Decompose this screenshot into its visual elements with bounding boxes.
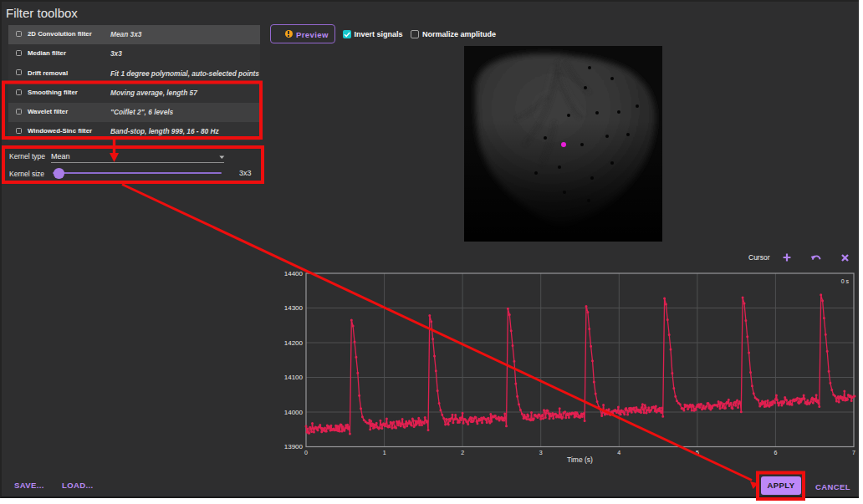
svg-text:4: 4 — [617, 450, 620, 456]
svg-text:14300: 14300 — [284, 304, 304, 312]
svg-text:6: 6 — [774, 450, 777, 456]
svg-text:Time (s): Time (s) — [567, 456, 593, 464]
svg-text:2: 2 — [461, 450, 464, 456]
svg-text:1: 1 — [383, 450, 386, 456]
svg-text:5: 5 — [696, 450, 699, 456]
svg-text:0: 0 — [304, 450, 308, 456]
svg-text:7: 7 — [852, 450, 855, 456]
svg-text:0 s: 0 s — [841, 278, 850, 284]
svg-text:14000: 14000 — [284, 409, 304, 416]
svg-text:14200: 14200 — [284, 339, 304, 347]
svg-text:14100: 14100 — [284, 374, 304, 381]
svg-text:14400: 14400 — [284, 270, 304, 277]
svg-text:3: 3 — [539, 450, 543, 456]
svg-text:13900: 13900 — [284, 443, 304, 451]
